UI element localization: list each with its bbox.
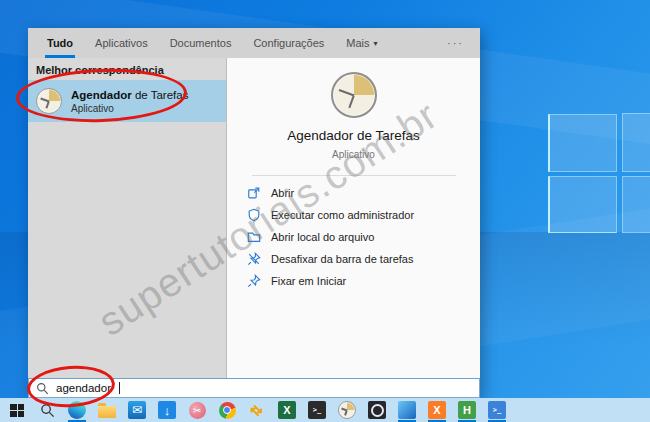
windows-logo-pane xyxy=(622,176,650,233)
task-scheduler-clock-icon xyxy=(331,72,377,118)
action-label: Desafixar da barra de tarefas xyxy=(271,253,413,265)
windows-start-icon xyxy=(10,404,24,417)
tab-mais[interactable]: Mais ▾ xyxy=(335,28,388,58)
start-button[interactable] xyxy=(5,398,29,422)
download-arrow-icon: ↓ xyxy=(158,401,176,419)
photos-icon xyxy=(398,401,416,419)
results-column: Melhor correspondência Agendador de Tare… xyxy=(28,58,227,378)
taskbar-webcam-app[interactable] xyxy=(365,398,389,422)
action-fixar-iniciar[interactable]: Fixar em Iniciar xyxy=(247,270,480,292)
taskbar-excel[interactable]: X xyxy=(275,398,299,422)
task-scheduler-clock-icon xyxy=(338,401,356,419)
file-explorer-icon xyxy=(98,406,116,418)
preview-subtitle: Aplicativo xyxy=(332,149,375,160)
windows-logo-pane xyxy=(548,176,617,233)
taskbar-task-scheduler[interactable] xyxy=(335,398,359,422)
action-desafixar-barra[interactable]: Desafixar da barra de tarefas xyxy=(247,248,480,270)
search-input[interactable]: agendador xyxy=(28,378,480,398)
best-match-text: Agendador de Tarefas Aplicativo xyxy=(71,89,188,114)
action-abrir[interactable]: Abrir xyxy=(247,182,480,204)
transfer-arrows-icon: ⇄ xyxy=(247,400,267,420)
taskbar-powershell[interactable]: >_ xyxy=(485,398,509,422)
tab-mais-label: Mais xyxy=(346,37,369,49)
taskbar-file-explorer[interactable] xyxy=(95,398,119,422)
xampp-icon: X xyxy=(428,401,446,419)
preview-separator xyxy=(252,175,456,176)
file-location-icon xyxy=(247,230,261,244)
search-input-value: agendador xyxy=(56,382,111,394)
search-icon xyxy=(36,382,49,395)
preview-pane: Agendador de Tarefas Aplicativo Abrir Ex… xyxy=(227,58,480,378)
action-label: Abrir local do arquivo xyxy=(271,231,374,243)
webcam-icon xyxy=(368,401,386,419)
taskbar-download-manager[interactable]: ↓ xyxy=(155,398,179,422)
action-label: Fixar em Iniciar xyxy=(271,275,346,287)
taskbar-edge[interactable] xyxy=(65,398,89,422)
chevron-down-icon: ▾ xyxy=(374,39,378,48)
search-icon xyxy=(40,403,55,418)
taskbar-heidisql[interactable]: H xyxy=(455,398,479,422)
task-scheduler-clock-icon xyxy=(36,88,62,114)
action-label: Abrir xyxy=(271,187,294,199)
excel-icon: X xyxy=(278,401,296,419)
action-abrir-local[interactable]: Abrir local do arquivo xyxy=(247,226,480,248)
taskbar-mail[interactable]: ✉ xyxy=(125,398,149,422)
taskbar-terminal[interactable]: >_ xyxy=(305,398,329,422)
powershell-icon: >_ xyxy=(488,401,506,419)
preview-title: Agendador de Tarefas xyxy=(287,128,420,143)
search-filter-tabbar: Tudo Aplicativos Documentos Configuraçõe… xyxy=(28,28,480,58)
search-flyout-panel: Tudo Aplicativos Documentos Configuraçõe… xyxy=(28,28,480,398)
result-title-rest: de Tarefas xyxy=(132,89,189,101)
windows-logo-pane xyxy=(622,113,650,172)
tab-configuracoes[interactable]: Configurações xyxy=(242,28,335,58)
best-match-header: Melhor correspondência xyxy=(28,58,226,80)
taskbar: ✉ ↓ ✂ ⇄ X >_ X H >_ xyxy=(0,398,650,422)
result-subtitle: Aplicativo xyxy=(71,103,188,114)
chrome-icon xyxy=(219,402,236,419)
taskbar-xampp[interactable]: X xyxy=(425,398,449,422)
edge-icon xyxy=(68,401,86,419)
taskbar-photos[interactable] xyxy=(395,398,419,422)
unpin-icon xyxy=(247,252,261,266)
more-options-ellipsis-button[interactable]: ··· xyxy=(447,28,464,58)
tab-aplicativos[interactable]: Aplicativos xyxy=(84,28,159,58)
terminal-icon: >_ xyxy=(308,401,326,419)
result-title-bold: Agendador xyxy=(71,89,132,101)
open-icon xyxy=(247,186,261,200)
taskbar-transfer-app[interactable]: ⇄ xyxy=(245,398,269,422)
tab-tudo[interactable]: Tudo xyxy=(36,28,84,58)
scissors-icon: ✂ xyxy=(189,402,206,419)
context-actions-list: Abrir Executar como administrador Abrir … xyxy=(227,182,480,292)
text-caret xyxy=(119,382,120,394)
heidisql-icon: H xyxy=(458,401,476,419)
action-executar-admin[interactable]: Executar como administrador xyxy=(247,204,480,226)
taskbar-snip-camera[interactable]: ✂ xyxy=(185,398,209,422)
action-label: Executar como administrador xyxy=(271,209,414,221)
mail-icon: ✉ xyxy=(128,401,146,419)
windows-logo-pane xyxy=(548,114,617,172)
pin-icon xyxy=(247,274,261,288)
tab-documentos[interactable]: Documentos xyxy=(159,28,243,58)
best-match-result-item[interactable]: Agendador de Tarefas Aplicativo xyxy=(28,80,226,122)
admin-shield-icon xyxy=(247,208,261,222)
taskbar-search-button[interactable] xyxy=(35,398,59,422)
taskbar-chrome[interactable] xyxy=(215,398,239,422)
